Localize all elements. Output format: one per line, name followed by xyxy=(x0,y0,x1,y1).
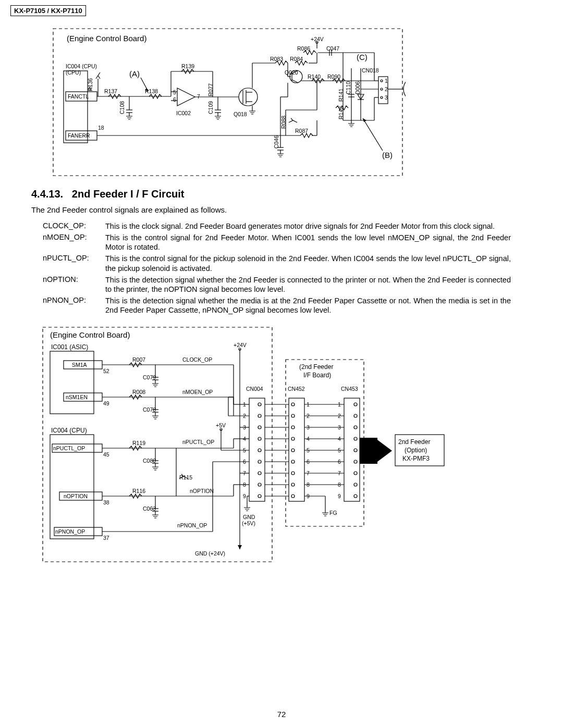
svg-point-241 xyxy=(291,426,295,429)
signal-desc: This is the clock signal. 2nd Feeder Boa… xyxy=(105,221,495,231)
svg-text:I/F Board): I/F Board) xyxy=(303,372,331,379)
signal-desc: This is the detection signal whether the… xyxy=(105,296,511,315)
svg-text:nPNON_OP: nPNON_OP xyxy=(55,528,85,535)
svg-text:nPUCTL_OP: nPUCTL_OP xyxy=(182,439,214,445)
svg-text:R139: R139 xyxy=(181,63,194,69)
svg-point-237 xyxy=(291,414,295,417)
svg-text:IC002: IC002 xyxy=(176,110,191,116)
svg-text:R077: R077 xyxy=(207,83,214,96)
svg-point-101 xyxy=(403,77,406,102)
svg-text:FG: FG xyxy=(329,510,337,516)
svg-text:38: 38 xyxy=(103,499,109,505)
svg-point-253 xyxy=(291,460,295,463)
signal-desc: This is the control signal for 2nd Feede… xyxy=(105,233,511,252)
svg-text:IC001 (ASIC): IC001 (ASIC) xyxy=(51,343,88,351)
svg-point-261 xyxy=(291,483,295,486)
svg-text:45: 45 xyxy=(103,451,109,458)
fan-circuit-diagram: .l{stroke:#000;stroke-width:1.2;fill:non… xyxy=(51,27,406,178)
svg-text:C079: C079 xyxy=(143,374,156,380)
svg-point-188 xyxy=(258,403,261,406)
signal-desc: This is the detection signal whether the… xyxy=(105,275,511,294)
svg-text:2: 2 xyxy=(385,86,388,92)
svg-text:(2nd Feeder: (2nd Feeder xyxy=(299,363,333,371)
svg-text:(+5V): (+5V) xyxy=(242,520,255,526)
svg-text:18: 18 xyxy=(98,125,104,131)
signal-row: CLOCK_OP: This is the clock signal. 2nd … xyxy=(43,221,511,231)
svg-text:(A): (A) xyxy=(129,69,140,78)
svg-text:C078: C078 xyxy=(143,406,156,413)
svg-point-238 xyxy=(354,414,357,417)
svg-rect-231 xyxy=(344,398,360,501)
svg-point-233 xyxy=(291,403,295,406)
svg-point-242 xyxy=(354,426,357,429)
svg-text:9: 9 xyxy=(243,493,246,499)
svg-point-196 xyxy=(258,449,261,452)
signal-name: nOPTION: xyxy=(43,275,105,294)
svg-point-266 xyxy=(354,495,357,498)
svg-text:C047: C047 xyxy=(326,45,339,52)
svg-text:R116: R116 xyxy=(132,488,145,494)
section-intro: The 2nd Feeder control signals are expla… xyxy=(31,205,532,214)
svg-point-258 xyxy=(354,472,357,475)
svg-text:IC004
(CPU): IC004 (CPU) xyxy=(66,63,97,69)
svg-text:R137: R137 xyxy=(104,88,117,94)
svg-point-250 xyxy=(354,449,357,452)
svg-rect-0 xyxy=(53,29,402,176)
svg-text:52: 52 xyxy=(103,368,109,374)
svg-text:Q020: Q020 xyxy=(285,69,298,76)
signal-name: CLOCK_OP: xyxy=(43,221,105,231)
signal-desc: This is the control signal for the picku… xyxy=(105,254,511,273)
svg-text:R136: R136 xyxy=(87,78,93,91)
svg-text:R141: R141 xyxy=(338,89,344,102)
svg-text:nPUCTL_OP: nPUCTL_OP xyxy=(53,445,85,451)
svg-point-190 xyxy=(258,414,261,417)
svg-text:CN004: CN004 xyxy=(246,386,263,392)
svg-rect-229 xyxy=(289,398,304,501)
svg-point-254 xyxy=(354,460,357,463)
svg-rect-38 xyxy=(239,88,258,106)
svg-text:+5V: +5V xyxy=(216,422,226,428)
svg-text:CLOCK_OP: CLOCK_OP xyxy=(182,356,212,363)
svg-point-257 xyxy=(291,472,295,475)
svg-point-202 xyxy=(258,483,261,486)
svg-point-245 xyxy=(291,437,295,440)
model-badge: KX-P7105 / KX-P7110 xyxy=(10,5,86,16)
svg-text:R087: R087 xyxy=(295,128,308,134)
svg-text:CN018: CN018 xyxy=(362,67,379,73)
diagram1-title: (Engine Control Board) xyxy=(67,34,146,43)
svg-text:D006: D006 xyxy=(354,81,361,94)
signal-name: nPNON_OP: xyxy=(43,296,105,315)
signal-definitions: CLOCK_OP: This is the clock signal. 2nd … xyxy=(43,221,511,315)
svg-text:SM1A: SM1A xyxy=(72,362,87,368)
svg-point-234 xyxy=(354,403,357,406)
svg-text:(B): (B) xyxy=(382,151,393,159)
svg-point-246 xyxy=(354,437,357,440)
svg-text:(Engine Control Board): (Engine Control Board) xyxy=(50,330,130,339)
svg-text:1: 1 xyxy=(385,78,388,84)
svg-point-91 xyxy=(381,88,383,90)
svg-text:nPNON_OP: nPNON_OP xyxy=(177,522,207,528)
svg-text:CN453: CN453 xyxy=(341,386,358,392)
svg-text:KX-PMF3: KX-PMF3 xyxy=(402,455,430,462)
feeder-if-diagram: .l{stroke:#000;stroke-width:1.2;fill:non… xyxy=(41,325,447,565)
section-title: 2nd Feeder I / F Circuit xyxy=(72,188,185,200)
svg-text:(CPU): (CPU) xyxy=(66,69,81,76)
svg-text:CN452: CN452 xyxy=(288,386,305,392)
svg-text:2nd Feeder: 2nd Feeder xyxy=(398,438,430,446)
svg-text:37: 37 xyxy=(103,535,109,541)
svg-line-86 xyxy=(363,118,383,151)
signal-name: nMOEN_OP: xyxy=(43,233,105,252)
section-number: 4.4.13. xyxy=(31,188,63,200)
svg-text:nSM1EN: nSM1EN xyxy=(66,394,88,400)
svg-text:C109: C109 xyxy=(207,101,214,114)
svg-text:C046: C046 xyxy=(273,135,279,149)
svg-text:C110: C110 xyxy=(345,81,351,94)
svg-point-198 xyxy=(258,460,261,463)
svg-text:nMOEN_OP: nMOEN_OP xyxy=(182,389,213,395)
svg-point-194 xyxy=(258,437,261,440)
svg-point-192 xyxy=(258,426,261,429)
svg-text:IC004 (CPU): IC004 (CPU) xyxy=(51,427,87,434)
svg-rect-186 xyxy=(249,398,265,501)
svg-text:nOPTION: nOPTION xyxy=(190,488,214,494)
svg-text:GND (+24V): GND (+24V) xyxy=(195,550,225,557)
